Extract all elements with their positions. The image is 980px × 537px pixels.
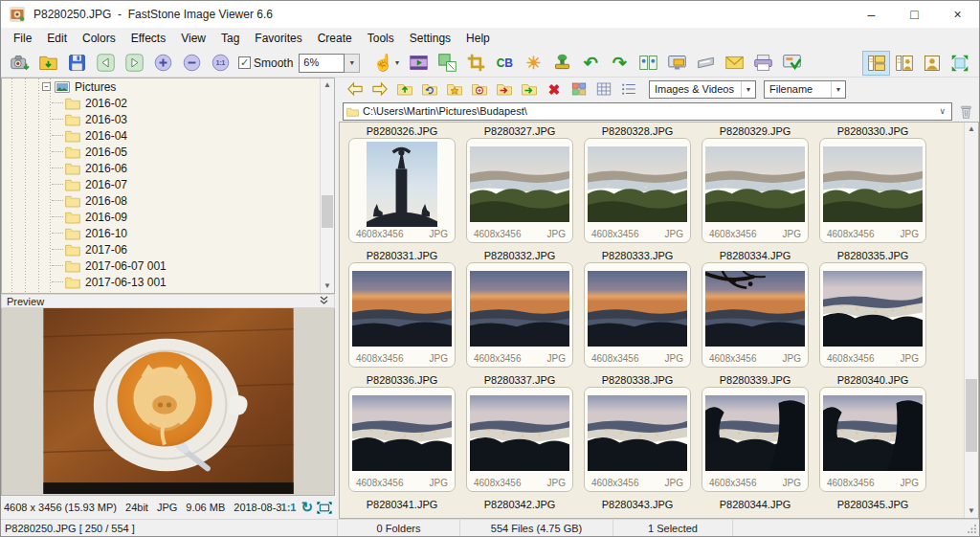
thumbnail-card[interactable]: 4608x3456JPG	[584, 387, 691, 492]
preview-pane[interactable]	[1, 308, 335, 496]
thumbnail-card[interactable]: 4608x3456JPG	[702, 138, 809, 243]
thumbnail-card[interactable]: 4608x3456JPG	[348, 387, 456, 492]
viewer-with-browser-icon[interactable]	[890, 51, 918, 76]
fullscreen-icon[interactable]	[946, 51, 973, 76]
fit-window-icon[interactable]	[317, 502, 332, 514]
resize-icon[interactable]	[433, 51, 461, 76]
thumbnail-card[interactable]: 4608x3456JPG	[348, 262, 456, 368]
path-input[interactable]: C:\Users\Martin\Pictures\Budapest\ ∨	[343, 102, 952, 121]
filter-dropdown-icon[interactable]: ▾	[741, 81, 755, 98]
check-update-icon[interactable]	[777, 51, 806, 76]
copy-to-folder-icon[interactable]	[492, 78, 517, 100]
thumbnail-card[interactable]: 4608x3456JPG	[584, 262, 691, 368]
zoom-in-icon[interactable]	[148, 51, 177, 76]
tree-scroll-thumb[interactable]	[322, 195, 333, 228]
actual-size-icon[interactable]: 1:1	[206, 51, 234, 76]
save-as-icon[interactable]	[62, 51, 91, 76]
tree-item-2017-06[interactable]: 2017-06	[2, 241, 334, 257]
collapse-preview-icon[interactable]	[319, 296, 329, 307]
hand-tool-icon[interactable]: ☝▾	[368, 51, 404, 76]
scroll-up-icon[interactable]: ▲	[965, 123, 978, 136]
compare-images-icon[interactable]	[634, 51, 662, 76]
favorites-icon[interactable]	[442, 78, 467, 100]
thumbnail-card[interactable]: 4608x3456JPG	[819, 387, 926, 492]
tree-item-2016-10[interactable]: 2016-10	[2, 225, 334, 241]
zoom-level-select[interactable]: 6% ▾	[299, 54, 360, 73]
sort-select[interactable]: Filename ▾	[764, 80, 846, 99]
full-window-view-icon[interactable]	[918, 51, 946, 76]
previous-image-icon[interactable]	[91, 51, 120, 76]
thumbnail-scroll-thumb[interactable]	[966, 379, 977, 452]
list-view-icon[interactable]	[616, 78, 641, 100]
collapse-node-icon[interactable]: −	[42, 82, 51, 91]
thumbnail-card[interactable]: 4608x3456JPG	[702, 387, 809, 492]
tree-item-2017-08[interactable]: 2017-08	[2, 290, 334, 294]
thumbnail-card[interactable]: 4608x3456JPG	[348, 138, 456, 243]
minimize-button[interactable]: –	[850, 1, 893, 28]
thumbnail-p8280341[interactable]: P8280341.JPG	[348, 499, 456, 511]
menu-item-tools[interactable]: Tools	[360, 32, 402, 45]
menu-item-help[interactable]: Help	[458, 32, 498, 45]
tree-item-2016-06[interactable]: 2016-06	[2, 160, 334, 176]
import-photos-icon[interactable]	[5, 51, 33, 76]
thumbnail-p8280344[interactable]: P8280344.JPG	[702, 499, 809, 511]
menu-item-file[interactable]: File	[6, 32, 39, 45]
tree-item-2016-03[interactable]: 2016-03	[2, 111, 334, 127]
tree-scrollbar[interactable]: ▲ ▼	[320, 78, 334, 293]
zoom-out-icon[interactable]	[177, 51, 206, 76]
back-icon[interactable]	[343, 78, 368, 100]
tree-item-2016-05[interactable]: 2016-05	[2, 144, 334, 160]
zoom-dropdown-icon[interactable]: ▾	[345, 54, 360, 73]
maximize-button[interactable]: □	[893, 1, 936, 28]
scroll-down-icon[interactable]: ▼	[965, 504, 978, 518]
email-icon[interactable]	[720, 51, 748, 76]
refresh-icon[interactable]	[417, 78, 442, 100]
crop-icon[interactable]	[461, 51, 490, 76]
tree-item-2017-06-07-001[interactable]: 2017-06-07 001	[2, 257, 334, 274]
print-icon[interactable]	[748, 51, 777, 76]
thumbnail-card[interactable]: 4608x3456JPG	[819, 138, 926, 243]
tree-item-2016-04[interactable]: 2016-04	[2, 127, 334, 144]
tree-item-2016-08[interactable]: 2016-08	[2, 192, 334, 209]
thumbnail-card[interactable]: 4608x3456JPG	[466, 387, 573, 492]
slideshow-icon[interactable]	[404, 51, 433, 76]
tree-item-2016-09[interactable]: 2016-09	[2, 209, 334, 225]
scan-icon[interactable]	[691, 51, 720, 76]
thumbnail-card[interactable]: 4608x3456JPG	[584, 138, 691, 243]
menu-item-create[interactable]: Create	[310, 32, 360, 45]
thumbnail-scrollbar[interactable]: ▲ ▼	[964, 123, 978, 518]
screen-capture-icon[interactable]	[662, 51, 691, 76]
forward-icon[interactable]	[368, 78, 392, 100]
thumbnail-card[interactable]: 4608x3456JPG	[702, 262, 809, 368]
menu-item-settings[interactable]: Settings	[402, 32, 458, 45]
tree-item-2016-02[interactable]: 2016-02	[2, 95, 334, 111]
menu-item-favorites[interactable]: Favorites	[247, 32, 309, 45]
tree-item-pictures[interactable]: −Pictures	[2, 78, 334, 95]
thumbnail-p8280345[interactable]: P8280345.JPG	[819, 499, 926, 511]
open-file-icon[interactable]	[33, 51, 62, 76]
detail-view-icon[interactable]	[591, 78, 616, 100]
menu-item-colors[interactable]: Colors	[75, 32, 123, 45]
recycle-bin-icon[interactable]	[956, 101, 975, 121]
rotate-right-icon[interactable]: ↷	[605, 51, 634, 76]
clone-stamp-icon[interactable]	[547, 51, 576, 76]
rotate-left-icon[interactable]: ↶	[576, 51, 605, 76]
next-image-icon[interactable]	[120, 51, 148, 76]
lossless-rotate-icon[interactable]: ↻	[301, 499, 313, 516]
sort-dropdown-icon[interactable]: ▾	[831, 81, 845, 98]
menu-item-view[interactable]: View	[173, 32, 213, 45]
path-dropdown-icon[interactable]: ∨	[936, 106, 948, 116]
thumbnail-p8280342[interactable]: P8280342.JPG	[466, 499, 573, 511]
tree-item-2017-06-13-001[interactable]: 2017-06-13 001	[2, 274, 334, 290]
menu-item-effects[interactable]: Effects	[123, 32, 173, 45]
resize-grip-icon[interactable]	[968, 524, 977, 533]
scroll-up-icon[interactable]: ▲	[321, 78, 334, 92]
adjust-colors-icon[interactable]: CB	[490, 51, 519, 76]
scroll-down-icon[interactable]: ▼	[321, 280, 334, 293]
thumbnail-card[interactable]: 4608x3456JPG	[466, 262, 573, 368]
browser-view-icon[interactable]	[862, 51, 890, 76]
thumbnail-p8280343[interactable]: P8280343.JPG	[584, 499, 691, 511]
up-one-level-icon[interactable]	[392, 78, 417, 100]
menu-item-edit[interactable]: Edit	[39, 32, 75, 45]
open-folder-tree-icon[interactable]	[467, 78, 492, 100]
